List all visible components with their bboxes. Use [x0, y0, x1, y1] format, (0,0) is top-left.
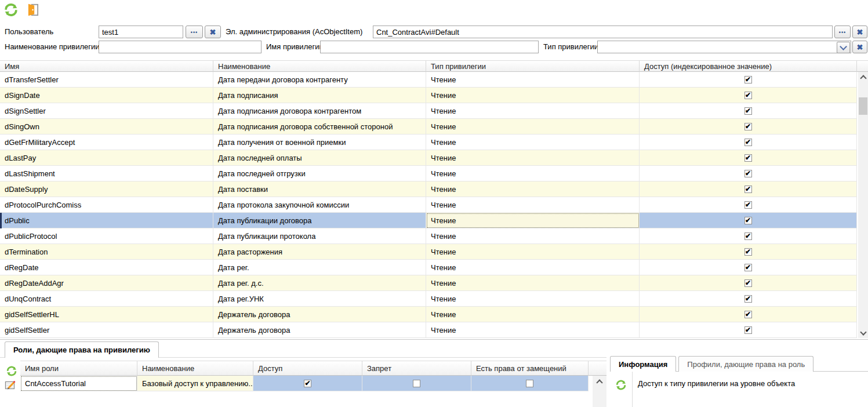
privilege-row[interactable]: dUnqContractДата рег.УНКЧтение✔ [0, 291, 857, 307]
privilege-type-cell[interactable]: Чтение [426, 181, 640, 197]
privilege-row[interactable]: dLastPayДата последней оплатыЧтение✔ [0, 150, 857, 166]
privilege-type-cell[interactable]: Чтение [426, 291, 640, 307]
privilege-type-cell[interactable]: Чтение [426, 197, 640, 213]
privilege-row[interactable]: gidSelfSettlerHLДержатель договораЧтение… [0, 307, 857, 322]
privilege-type-cell[interactable]: Чтение [426, 213, 640, 228]
privilege-name-cell[interactable]: dPublicProtocol [0, 228, 213, 244]
checkbox[interactable]: ✔ [744, 217, 752, 224]
checkbox[interactable] [413, 380, 420, 387]
checkbox[interactable]: ✔ [744, 76, 752, 83]
privilege-row[interactable]: dPublicДата публикации договораЧтение✔ [0, 213, 857, 228]
privilege-caption-cell[interactable]: Дата последней оплаты [213, 150, 426, 166]
privilege-row[interactable]: dSignSettlerДата подписания договора кон… [0, 103, 857, 119]
checkbox[interactable]: ✔ [744, 107, 752, 115]
access-checkbox-cell[interactable]: ✔ [640, 228, 857, 244]
column-header[interactable]: Запрет [362, 361, 471, 376]
privilege-row[interactable]: dTransferSettlerДата передачи договора к… [0, 72, 857, 88]
privilege-type-cell[interactable]: Чтение [426, 275, 640, 291]
privilege-type-cell[interactable]: Чтение [426, 228, 640, 244]
access-checkbox-cell[interactable]: ✔ [640, 307, 857, 322]
privilege-caption-cell[interactable]: Дата последней отгрузки [213, 166, 426, 181]
access-checkbox-cell[interactable]: ✔ [640, 166, 857, 181]
access-checkbox-cell[interactable]: ✔ [640, 88, 857, 103]
role-row[interactable]: CntAccessTutorialБазовый доступ к управл… [20, 376, 589, 391]
column-header[interactable]: Наименование [137, 361, 253, 376]
access-checkbox-cell[interactable]: ✔ [253, 376, 362, 391]
privilege-type-cell[interactable]: Чтение [426, 260, 640, 275]
privilege-type-cell[interactable]: Чтение [426, 135, 640, 150]
user-clear-button[interactable]: ✖ [205, 26, 221, 38]
access-checkbox-cell[interactable]: ✔ [640, 291, 857, 307]
admin-object-browse-button[interactable]: ••• [834, 26, 851, 38]
access-checkbox-cell[interactable]: ✔ [640, 72, 857, 88]
column-header[interactable]: Имя роли [20, 361, 137, 376]
vertical-scrollbar[interactable] [858, 72, 868, 338]
access-checkbox-cell[interactable]: ✔ [640, 260, 857, 275]
access-checkbox-cell[interactable]: ✔ [640, 197, 857, 213]
privilege-caption-cell[interactable]: Дата рег. д.с. [213, 275, 426, 291]
checkbox[interactable]: ✔ [744, 248, 752, 256]
privilege-type-cell[interactable]: Чтение [426, 72, 640, 88]
checkbox[interactable]: ✔ [744, 186, 752, 193]
column-header[interactable]: Имя [0, 60, 213, 72]
privilege-row[interactable]: dRegDateДата рег.Чтение✔ [0, 260, 857, 275]
deny-checkbox-cell[interactable] [362, 376, 471, 391]
access-checkbox-cell[interactable]: ✔ [640, 244, 857, 260]
privilege-name-input[interactable] [320, 41, 539, 53]
column-header[interactable]: Тип привилегии [426, 60, 640, 72]
privilege-row[interactable]: gidSelfSettlerДержатель договораЧтение✔ [0, 322, 857, 338]
privilege-name-cell[interactable]: dLastPay [0, 150, 213, 166]
checkbox[interactable]: ✔ [304, 380, 311, 387]
privilege-caption-cell[interactable]: Дата публикации договора [213, 213, 426, 228]
tab-roles[interactable]: Роли, дающие права на привилегию [5, 341, 159, 358]
checkbox[interactable]: ✔ [744, 295, 752, 303]
privilege-caption-cell[interactable]: Держатель договора [213, 322, 426, 338]
tab-information[interactable]: Информация [610, 356, 676, 372]
privilege-caption-cell[interactable]: Дата подписания [213, 88, 426, 103]
role-name-cell[interactable]: CntAccessTutorial [20, 376, 137, 391]
privilege-name-cell[interactable]: dProtocolPurchComiss [0, 197, 213, 213]
substitution-checkbox-cell[interactable] [471, 376, 589, 391]
privilege-row[interactable]: dLastShipmentДата последней отгрузкиЧтен… [0, 166, 857, 181]
privilege-caption-cell[interactable]: Дата подписания договора контрагентом [213, 103, 426, 119]
privilege-row[interactable]: dSingOwnДата подписания договора собстве… [0, 119, 857, 135]
privilege-type-cell[interactable]: Чтение [426, 88, 640, 103]
privilege-type-cell[interactable]: Чтение [426, 119, 640, 135]
privilege-caption-cell[interactable]: Дата рег.УНК [213, 291, 426, 307]
access-checkbox-cell[interactable]: ✔ [640, 150, 857, 166]
dropdown-button[interactable] [837, 42, 850, 53]
privilege-name-cell[interactable]: gidSelfSettler [0, 322, 213, 338]
privilege-row[interactable]: dDateSupplyДата поставкиЧтение✔ [0, 181, 857, 197]
checkbox[interactable] [526, 380, 533, 387]
privilege-caption-cell[interactable]: Дата передачи договора контрагенту [213, 72, 426, 88]
privilege-row[interactable]: dTerminationДата расторженияЧтение✔ [0, 244, 857, 260]
privilege-name-cell[interactable]: dSignSettler [0, 103, 213, 119]
privilege-name-cell[interactable]: gidSelfSettlerHL [0, 307, 213, 322]
column-header[interactable]: Доступ [253, 361, 362, 376]
privilege-type-cell[interactable]: Чтение [426, 103, 640, 119]
privilege-type-cell[interactable]: Чтение [426, 150, 640, 166]
privilege-type-cell[interactable]: Чтение [426, 244, 640, 260]
user-input[interactable] [99, 26, 183, 38]
checkbox[interactable]: ✔ [744, 311, 752, 318]
tab-profiles[interactable]: Профили, дающие права на роль [678, 356, 813, 372]
scroll-down-button[interactable] [858, 328, 868, 338]
privilege-type-select[interactable] [597, 41, 851, 53]
admin-object-input[interactable] [373, 26, 833, 38]
privilege-row[interactable]: dPublicProtocolДата публикации протокола… [0, 228, 857, 244]
privilege-caption-input[interactable] [99, 41, 262, 53]
checkbox[interactable]: ✔ [744, 264, 752, 271]
access-checkbox-cell[interactable]: ✔ [640, 103, 857, 119]
column-header[interactable]: Доступ (индексированное значение) [640, 60, 857, 72]
privilege-type-cell[interactable]: Чтение [426, 307, 640, 322]
roles-vertical-scrollbar[interactable] [593, 376, 606, 407]
checkbox[interactable]: ✔ [744, 232, 752, 240]
privilege-type-clear-button[interactable]: ✖ [852, 41, 867, 53]
privilege-name-cell[interactable]: dUnqContract [0, 291, 213, 307]
privilege-name-cell[interactable]: dDateSupply [0, 181, 213, 197]
privilege-row[interactable]: dGetFrMilitaryAcceptДата получения от во… [0, 135, 857, 150]
access-checkbox-cell[interactable]: ✔ [640, 322, 857, 338]
privilege-name-cell[interactable]: dPublic [0, 213, 213, 228]
scroll-thumb[interactable] [859, 97, 867, 115]
privilege-caption-cell[interactable]: Дата подписания договора собственной сто… [213, 119, 426, 135]
